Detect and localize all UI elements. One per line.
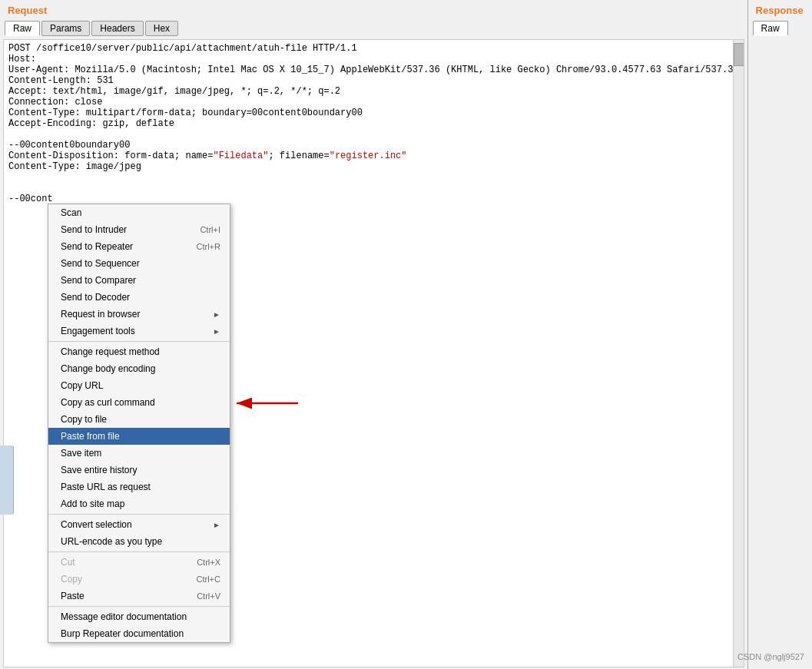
menu-shortcut-repeater: Ctrl+R <box>197 242 220 251</box>
menu-label-editor-docs: Message editor documentation <box>61 611 187 622</box>
menu-item-send-repeater[interactable]: Send to Repeater Ctrl+R <box>48 238 230 255</box>
menu-label-add-sitemap: Add to site map <box>61 498 124 509</box>
menu-label-url-encode: URL-encode as you type <box>61 536 162 547</box>
menu-item-cut[interactable]: Cut Ctrl+X <box>48 554 230 571</box>
menu-item-copy-url[interactable]: Copy URL <box>48 377 230 394</box>
menu-label-send-decoder: Send to Decoder <box>61 292 130 303</box>
sidebar-indicator <box>0 445 14 515</box>
menu-label-change-method: Change request method <box>61 346 160 357</box>
menu-label-cut: Cut <box>61 557 75 568</box>
menu-label-request-browser: Request in browser <box>61 309 140 320</box>
menu-label-copy-curl: Copy as curl command <box>61 397 155 408</box>
menu-item-request-browser[interactable]: Request in browser ► <box>48 306 230 323</box>
menu-label-send-sequencer: Send to Sequencer <box>61 258 140 269</box>
response-tabs-bar: Raw <box>748 19 812 38</box>
submenu-arrow-convert: ► <box>213 521 220 529</box>
response-title: Response <box>748 0 812 19</box>
menu-item-save-history[interactable]: Save entire history <box>48 462 230 479</box>
menu-label-copy: Copy <box>61 574 82 585</box>
request-title: Request <box>0 0 747 19</box>
menu-item-send-sequencer[interactable]: Send to Sequencer <box>48 255 230 272</box>
menu-item-copy-file[interactable]: Copy to file <box>48 411 230 428</box>
menu-item-url-encode[interactable]: URL-encode as you type <box>48 533 230 550</box>
tab-headers[interactable]: Headers <box>91 21 143 36</box>
menu-item-change-encoding[interactable]: Change body encoding <box>48 360 230 377</box>
menu-item-send-comparer[interactable]: Send to Comparer <box>48 272 230 289</box>
menu-item-copy-curl[interactable]: Copy as curl command <box>48 394 230 411</box>
request-tabs-bar: Raw Params Headers Hex <box>0 19 747 38</box>
arrow-annotation <box>229 392 306 417</box>
separator-2 <box>48 514 230 515</box>
menu-shortcut-intruder: Ctrl+I <box>200 225 220 234</box>
menu-label-repeater-docs: Burp Repeater documentation <box>61 628 184 639</box>
menu-label-paste: Paste <box>61 591 85 601</box>
menu-label-engagement-tools: Engagement tools <box>61 326 135 336</box>
tab-hex[interactable]: Hex <box>145 21 178 36</box>
menu-item-repeater-docs[interactable]: Burp Repeater documentation <box>48 625 230 642</box>
menu-label-send-intruder: Send to Intruder <box>61 224 127 235</box>
menu-label-save-history: Save entire history <box>61 465 137 475</box>
menu-label-convert-selection: Convert selection <box>61 519 132 530</box>
menu-label-copy-url: Copy URL <box>61 380 103 391</box>
menu-label-copy-file: Copy to file <box>61 414 107 425</box>
menu-item-paste[interactable]: Paste Ctrl+V <box>48 588 230 604</box>
watermark: CSDN @nglj9527 <box>737 652 804 661</box>
menu-item-add-sitemap[interactable]: Add to site map <box>48 495 230 512</box>
menu-label-send-comparer: Send to Comparer <box>61 275 136 286</box>
menu-label-paste-file: Paste from file <box>61 431 120 442</box>
menu-label-paste-url: Paste URL as request <box>61 482 151 492</box>
scrollbar[interactable] <box>733 40 744 667</box>
menu-item-editor-docs[interactable]: Message editor documentation <box>48 608 230 625</box>
menu-item-convert-selection[interactable]: Convert selection ► <box>48 516 230 533</box>
tab-raw[interactable]: Raw <box>5 21 40 36</box>
context-menu: Scan Send to Intruder Ctrl+I Send to Rep… <box>48 204 230 643</box>
menu-item-paste-file[interactable]: Paste from file <box>48 428 230 445</box>
menu-shortcut-cut: Ctrl+X <box>197 558 220 567</box>
main-container: Request Raw Params Headers Hex POST /sof… <box>0 0 812 669</box>
menu-item-send-intruder[interactable]: Send to Intruder Ctrl+I <box>48 221 230 238</box>
menu-shortcut-copy: Ctrl+C <box>197 575 220 584</box>
menu-item-scan[interactable]: Scan <box>48 204 230 221</box>
submenu-arrow-engagement: ► <box>213 327 220 336</box>
tab-params[interactable]: Params <box>41 21 90 36</box>
menu-label-save-item: Save item <box>61 448 101 459</box>
menu-label-change-encoding: Change body encoding <box>61 363 155 374</box>
menu-label-send-repeater: Send to Repeater <box>61 241 133 252</box>
menu-item-change-method[interactable]: Change request method <box>48 343 230 360</box>
menu-shortcut-paste: Ctrl+V <box>197 591 220 601</box>
menu-item-paste-url[interactable]: Paste URL as request <box>48 479 230 495</box>
menu-item-send-decoder[interactable]: Send to Decoder <box>48 289 230 306</box>
scrollbar-thumb[interactable] <box>734 43 744 66</box>
separator-4 <box>48 606 230 607</box>
menu-item-engagement-tools[interactable]: Engagement tools ► <box>48 323 230 339</box>
menu-label-scan: Scan <box>61 207 81 218</box>
separator-3 <box>48 551 230 552</box>
menu-item-save-item[interactable]: Save item <box>48 445 230 462</box>
separator-1 <box>48 341 230 342</box>
response-panel: Response Raw <box>748 0 812 669</box>
submenu-arrow-browser: ► <box>213 310 220 319</box>
tab-response-raw[interactable]: Raw <box>753 21 788 36</box>
menu-item-copy[interactable]: Copy Ctrl+C <box>48 571 230 588</box>
